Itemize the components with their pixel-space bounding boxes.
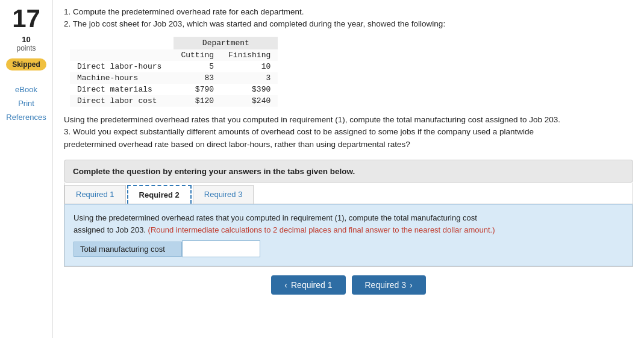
dept-header: Department <box>174 37 278 49</box>
table-row-col1: 5 <box>174 61 221 72</box>
next-button[interactable]: Required 3 <box>352 275 426 295</box>
table-row-col2: 10 <box>221 61 278 72</box>
prev-button[interactable]: Required 1 <box>271 275 345 295</box>
round-note: (Round intermediate calculations to 2 de… <box>148 225 495 234</box>
col-cutting: Cutting <box>174 49 221 61</box>
nav-buttons-row: Required 1 Required 3 <box>64 275 633 295</box>
tab-content: Using the predetermined overhead rates t… <box>64 204 633 266</box>
arrow-left-icon <box>284 280 287 290</box>
table-row-col2: $390 <box>221 84 278 95</box>
tab-required3[interactable]: Required 3 <box>193 185 254 204</box>
table-row-col2: 3 <box>221 72 278 84</box>
department-table: Department Cutting Finishing Direct labo… <box>70 37 278 107</box>
sidebar-link-print[interactable]: Print <box>18 99 34 108</box>
total-manufacturing-cost-input[interactable] <box>182 240 260 257</box>
description-text: Using the predetermined overhead rates t… <box>64 114 633 152</box>
skipped-badge: Skipped <box>6 58 46 70</box>
arrow-right-icon <box>410 280 413 290</box>
question-number: 17 <box>12 6 40 31</box>
sidebar-link-references[interactable]: References <box>6 113 46 122</box>
table-row-col2: $240 <box>221 95 278 107</box>
tab-instruction: Using the predetermined overhead rates t… <box>73 212 624 236</box>
complete-box: Complete the question by entering your a… <box>64 160 633 183</box>
input-row: Total manufacturing cost <box>73 240 624 257</box>
points-sub: points <box>16 44 36 52</box>
table-row-col1: $120 <box>174 95 221 107</box>
table-row-col1: $790 <box>174 84 221 95</box>
department-table-wrapper: Department Cutting Finishing Direct labo… <box>70 37 633 107</box>
table-row-label: Direct labor-hours <box>70 61 174 72</box>
table-row-label: Direct labor cost <box>70 95 174 107</box>
tabs-container: Required 1 Required 2 Required 3 Using t… <box>64 183 633 267</box>
total-manufacturing-cost-label: Total manufacturing cost <box>73 242 182 257</box>
question-text: 1. Compute the predetermined overhead ra… <box>64 6 633 31</box>
points-label: 10 <box>16 35 36 44</box>
col-finishing: Finishing <box>221 49 278 61</box>
tab-required1[interactable]: Required 1 <box>64 185 126 204</box>
table-row-label: Direct materials <box>70 84 174 95</box>
prev-button-label: Required 1 <box>291 280 333 290</box>
sidebar-link-ebook[interactable]: eBook <box>15 85 37 94</box>
next-button-label: Required 3 <box>365 280 407 290</box>
tabs-header: Required 1 Required 2 Required 3 <box>64 183 633 204</box>
complete-box-text: Complete the question by entering your a… <box>73 167 355 176</box>
table-row-label: Machine-hours <box>70 72 174 84</box>
tab-required2[interactable]: Required 2 <box>127 185 192 204</box>
table-row-col1: 83 <box>174 72 221 84</box>
